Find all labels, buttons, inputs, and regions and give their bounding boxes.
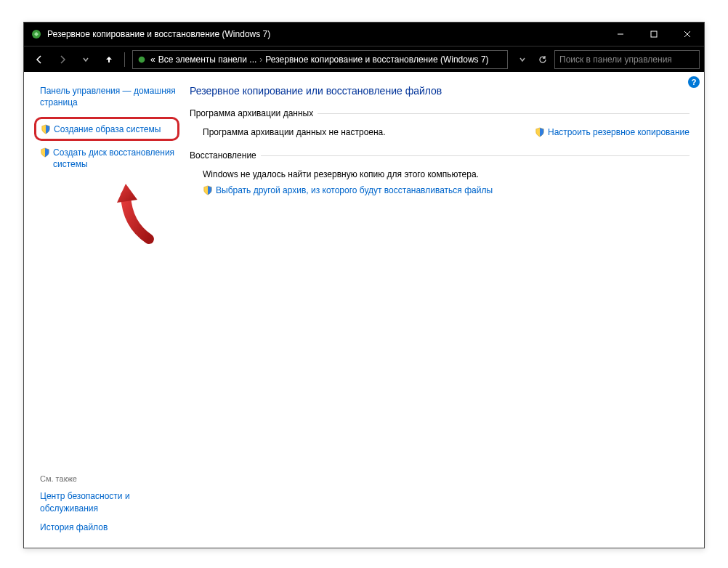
shield-icon: [535, 127, 545, 137]
security-center-link[interactable]: Центр безопасности и обслуживания: [40, 490, 177, 514]
backup-section-title: Программа архивации данных: [190, 108, 313, 118]
breadcrumb-root: «: [150, 54, 155, 65]
recent-locations-button[interactable]: [75, 49, 97, 70]
search-box[interactable]: [554, 50, 700, 69]
backup-section-header: Программа архивации данных: [190, 108, 689, 118]
address-dropdown-button[interactable]: [512, 49, 533, 70]
address-bar[interactable]: « Все элементы панели ... › Резервное ко…: [132, 50, 508, 69]
restore-section-header: Восстановление: [190, 150, 689, 161]
restore-message: Windows не удалось найти резервную копию…: [203, 169, 689, 179]
close-button[interactable]: [671, 23, 704, 46]
create-repair-disk-link[interactable]: Создать диск восстановления системы: [40, 147, 177, 170]
app-icon: [30, 28, 43, 41]
select-another-backup-label: Выбрать другой архив, из которого будут …: [216, 185, 493, 195]
shield-icon: [203, 185, 213, 195]
breadcrumb-item-1[interactable]: Все элементы панели ...: [158, 54, 257, 65]
create-system-image-link[interactable]: Создание образа системы: [41, 123, 171, 135]
configure-backup-link[interactable]: Настроить резервное копирование: [535, 127, 689, 137]
content-area: ? Панель управления — домашняя страница …: [24, 72, 704, 548]
select-another-backup-link[interactable]: Выбрать другой архив, из которого будут …: [203, 185, 493, 195]
control-panel-home-link[interactable]: Панель управления — домашняя страница: [40, 85, 177, 108]
maximize-button[interactable]: [637, 23, 671, 46]
see-also-header: См. также: [40, 474, 177, 483]
file-history-link[interactable]: История файлов: [40, 522, 177, 533]
nav-separator: [124, 52, 125, 67]
create-system-image-label: Создание образа системы: [54, 123, 161, 135]
page-title: Резервное копирование или восстановление…: [190, 85, 689, 97]
restore-section-title: Восстановление: [190, 150, 256, 161]
main-panel: Резервное копирование или восстановление…: [182, 72, 704, 548]
refresh-button[interactable]: [533, 49, 553, 70]
svg-point-5: [139, 56, 145, 62]
minimize-button[interactable]: [604, 23, 637, 46]
address-icon: [136, 54, 147, 65]
up-button[interactable]: [98, 49, 120, 70]
create-system-image-highlight: Создание образа системы: [34, 117, 179, 140]
backup-restore-window: Резервное копирование и восстановление (…: [23, 22, 705, 548]
configure-backup-label: Настроить резервное копирование: [548, 127, 689, 137]
create-repair-disk-label: Создать диск восстановления системы: [53, 147, 177, 170]
search-input[interactable]: [559, 54, 695, 65]
shield-icon: [40, 147, 50, 158]
backup-not-configured-text: Программа архивации данных не настроена.: [203, 127, 535, 137]
svg-rect-2: [651, 31, 657, 37]
window-title: Резервное копирование и восстановление (…: [47, 29, 604, 39]
titlebar: Резервное копирование и восстановление (…: [24, 23, 704, 46]
back-button[interactable]: [28, 49, 50, 70]
breadcrumb-item-2[interactable]: Резервное копирование и восстановление (…: [265, 54, 488, 65]
navbar: « Все элементы панели ... › Резервное ко…: [24, 46, 704, 72]
shield-icon: [41, 124, 51, 134]
sidebar: Панель управления — домашняя страница Со…: [24, 72, 182, 548]
breadcrumb-chevron-icon: ›: [259, 54, 262, 65]
forward-button[interactable]: [52, 49, 73, 70]
